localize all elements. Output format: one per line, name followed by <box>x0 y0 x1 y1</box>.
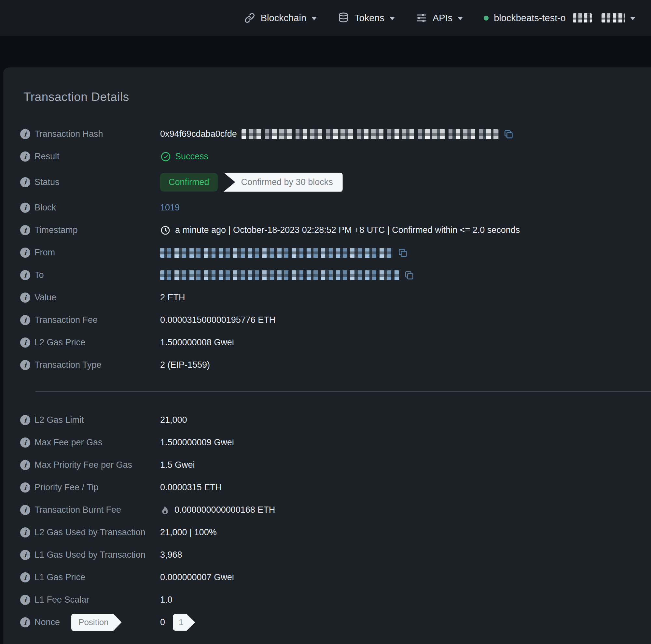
position-tag: Position <box>71 614 122 631</box>
l1-gas-price-value: 0.000000007 Gwei <box>160 572 234 582</box>
flame-icon <box>160 505 170 515</box>
row-result: i Result Success <box>20 145 651 168</box>
network-status-dot <box>484 16 489 21</box>
row-label: Timestamp <box>34 225 78 235</box>
row-l1-gas-used: i L1 Gas Used by Transaction 3,968 <box>20 544 651 566</box>
info-icon[interactable]: i <box>20 550 30 560</box>
network-selector[interactable]: blockbeats-test-o <box>484 13 636 24</box>
details-section-primary: i Transaction Hash 0x94f69cdaba0cfde i R… <box>20 123 651 376</box>
row-l2-gas-used: i L2 Gas Used by Transaction 21,000 | 10… <box>20 521 651 544</box>
info-icon[interactable]: i <box>20 505 30 515</box>
row-label: Max Priority Fee per Gas <box>34 460 132 470</box>
row-label: L1 Gas Price <box>34 572 85 582</box>
row-label: Result <box>34 151 60 162</box>
info-icon[interactable]: i <box>20 270 30 280</box>
info-icon[interactable]: i <box>20 293 30 303</box>
position-value-badge: 1 <box>173 614 195 631</box>
priority-fee-tip-value: 0.0000315 ETH <box>160 482 222 493</box>
row-from: i From <box>20 241 651 264</box>
tx-hash-value: 0x94f69cdaba0cfde <box>160 129 237 139</box>
nav-blockchain-label: Blockchain <box>261 13 306 24</box>
row-transaction-type: i Transaction Type 2 (EIP-1559) <box>20 354 651 376</box>
page-title: Transaction Details <box>24 90 651 104</box>
row-status: i Status Confirmed Confirmed by 30 block… <box>20 168 651 197</box>
l2-gas-limit-value: 21,000 <box>160 415 187 425</box>
block-number-link[interactable]: 1019 <box>160 203 180 213</box>
nav-tokens-label: Tokens <box>354 13 384 24</box>
row-label: Transaction Type <box>34 360 101 370</box>
row-label: Value <box>34 293 56 303</box>
details-section-gas: i L2 Gas Limit 21,000 i Max Fee per Gas … <box>20 409 651 634</box>
row-label: Nonce <box>34 617 60 627</box>
row-priority-fee-tip: i Priority Fee / Tip 0.0000315 ETH <box>20 476 651 499</box>
chevron-down-icon <box>311 17 317 20</box>
row-value: i Value 2 ETH <box>20 286 651 309</box>
check-circle-icon <box>160 151 171 162</box>
info-icon[interactable]: i <box>20 338 30 348</box>
transaction-fee-value: 0.000031500000195776 ETH <box>160 315 275 325</box>
row-max-priority-fee-per-gas: i Max Priority Fee per Gas 1.5 Gwei <box>20 454 651 476</box>
row-label: From <box>34 247 55 258</box>
network-name-label: blockbeats-test-o <box>494 13 566 24</box>
info-icon[interactable]: i <box>20 177 30 187</box>
info-icon[interactable]: i <box>20 460 30 470</box>
info-icon[interactable]: i <box>20 415 30 425</box>
top-navbar: Blockchain Tokens APIs blockbeats-test-o <box>0 0 651 36</box>
info-icon[interactable]: i <box>20 151 30 162</box>
row-label: Block <box>34 203 56 213</box>
info-icon[interactable]: i <box>20 360 30 370</box>
confirmations-badge: Confirmed by 30 blocks <box>224 173 343 192</box>
row-timestamp: i Timestamp a minute ago | October-18-20… <box>20 219 651 241</box>
copy-icon[interactable] <box>397 247 408 258</box>
info-icon[interactable]: i <box>20 527 30 537</box>
sliders-icon <box>416 12 427 24</box>
confirmed-badge: Confirmed <box>160 173 218 192</box>
nav-apis-menu[interactable]: APIs <box>416 12 463 24</box>
row-max-fee-per-gas: i Max Fee per Gas 1.500000009 Gwei <box>20 431 651 454</box>
max-fee-per-gas-value: 1.500000009 Gwei <box>160 437 234 447</box>
row-label: Priority Fee / Tip <box>34 482 99 493</box>
row-label: L1 Fee Scalar <box>34 595 89 605</box>
l2-gas-used-value: 21,000 | 100% <box>160 527 217 537</box>
redacted-tx-hash <box>242 129 499 139</box>
row-to: i To <box>20 264 651 286</box>
info-icon[interactable]: i <box>20 437 30 447</box>
row-label: Transaction Hash <box>34 129 103 139</box>
value-amount: 2 ETH <box>160 293 185 303</box>
row-label: Status <box>34 177 60 187</box>
row-l2-gas-limit: i L2 Gas Limit 21,000 <box>20 409 651 431</box>
redacted-from-address <box>160 248 393 258</box>
redacted-network-text <box>573 13 592 23</box>
transaction-details-card: Transaction Details i Transaction Hash 0… <box>3 67 651 644</box>
nav-blockchain-menu[interactable]: Blockchain <box>244 12 317 24</box>
info-icon[interactable]: i <box>20 203 30 213</box>
row-label: L2 Gas Limit <box>34 415 84 425</box>
nav-apis-label: APIs <box>433 13 453 24</box>
info-icon[interactable]: i <box>20 617 30 627</box>
row-label: To <box>34 270 44 280</box>
timestamp-value: a minute ago | October-18-2023 02:28:52 … <box>175 225 520 235</box>
redacted-to-address <box>160 270 399 280</box>
row-label: Transaction Burnt Fee <box>34 505 121 515</box>
row-label: Transaction Fee <box>34 315 98 325</box>
copy-icon[interactable] <box>503 129 514 139</box>
row-label: L1 Gas Used by Transaction <box>34 550 146 560</box>
max-priority-fee-value: 1.5 Gwei <box>160 460 195 470</box>
row-transaction-fee: i Transaction Fee 0.000031500000195776 E… <box>20 309 651 331</box>
page-background-band <box>0 36 651 67</box>
info-icon[interactable]: i <box>20 572 30 582</box>
info-icon[interactable]: i <box>20 247 30 258</box>
info-icon[interactable]: i <box>20 225 30 235</box>
info-icon[interactable]: i <box>20 129 30 139</box>
row-label: L2 Gas Used by Transaction <box>34 527 146 537</box>
nav-tokens-menu[interactable]: Tokens <box>338 12 395 24</box>
info-icon[interactable]: i <box>20 482 30 493</box>
info-icon[interactable]: i <box>20 595 30 605</box>
l1-gas-used-value: 3,968 <box>160 550 182 560</box>
copy-icon[interactable] <box>404 270 414 281</box>
info-icon[interactable]: i <box>20 315 30 325</box>
row-label: L2 Gas Price <box>34 338 85 348</box>
l1-fee-scalar-value: 1.0 <box>160 595 173 605</box>
chain-link-icon <box>244 12 255 24</box>
chevron-down-icon <box>630 17 636 20</box>
